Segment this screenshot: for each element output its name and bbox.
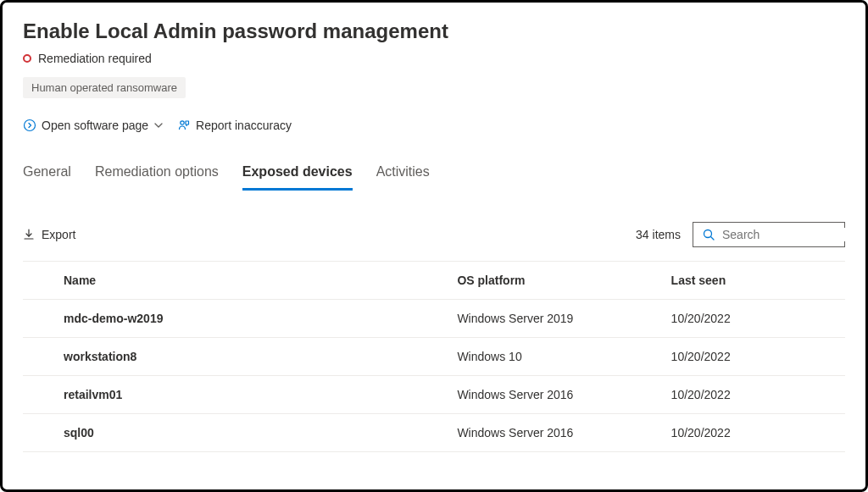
download-icon <box>23 229 35 240</box>
cell-name: retailvm01 <box>23 376 450 414</box>
chevron-circle-right-icon <box>23 119 36 132</box>
status-row: Remediation required <box>23 52 845 65</box>
col-header-last-seen[interactable]: Last seen <box>665 262 845 300</box>
table-row[interactable]: workstation8 Windows 10 10/20/2022 <box>23 338 845 376</box>
page-title: Enable Local Admin password management <box>23 19 845 43</box>
category-tag: Human operated ransomware <box>23 77 186 98</box>
export-button[interactable]: Export <box>23 228 75 241</box>
open-software-label: Open software page <box>42 119 148 132</box>
table-toolbar: Export 34 items <box>23 222 845 247</box>
cell-last-seen: 10/20/2022 <box>665 338 845 376</box>
cell-os: Windows Server 2016 <box>450 376 664 414</box>
warning-circle-icon <box>23 54 31 63</box>
export-label: Export <box>42 228 75 241</box>
table-header-row: Name OS platform Last seen <box>23 262 845 300</box>
devices-table: Name OS platform Last seen mdc-demo-w201… <box>23 261 845 452</box>
search-input[interactable] <box>722 228 868 241</box>
status-text: Remediation required <box>38 52 152 65</box>
tab-remediation-options[interactable]: Remediation options <box>95 159 219 191</box>
svg-point-0 <box>25 120 36 131</box>
cell-last-seen: 10/20/2022 <box>665 414 845 452</box>
table-row[interactable]: mdc-demo-w2019 Windows Server 2019 10/20… <box>23 300 845 338</box>
tab-activities[interactable]: Activities <box>376 159 430 191</box>
chevron-down-icon <box>153 120 164 130</box>
col-header-name[interactable]: Name <box>23 262 450 300</box>
search-box[interactable] <box>693 222 845 247</box>
cell-os: Windows Server 2019 <box>450 300 664 338</box>
col-header-os[interactable]: OS platform <box>450 262 664 300</box>
cell-last-seen: 10/20/2022 <box>665 376 845 414</box>
feedback-person-icon <box>177 119 191 132</box>
tabs: General Remediation options Exposed devi… <box>23 159 845 191</box>
cell-name: workstation8 <box>23 338 450 376</box>
open-software-page-button[interactable]: Open software page <box>23 119 164 132</box>
actions-row: Open software page Report inaccuracy <box>23 119 845 132</box>
table-row[interactable]: sql00 Windows Server 2016 10/20/2022 <box>23 414 845 452</box>
cell-os: Windows Server 2016 <box>450 414 664 452</box>
tab-general[interactable]: General <box>23 159 71 191</box>
tab-exposed-devices[interactable]: Exposed devices <box>242 159 353 191</box>
svg-point-1 <box>181 121 184 124</box>
cell-os: Windows 10 <box>450 338 664 376</box>
cell-name: mdc-demo-w2019 <box>23 300 450 338</box>
search-icon <box>702 228 715 241</box>
report-inaccuracy-label: Report inaccuracy <box>196 119 292 132</box>
items-count: 34 items <box>636 228 681 241</box>
report-inaccuracy-button[interactable]: Report inaccuracy <box>177 119 292 132</box>
table-row[interactable]: retailvm01 Windows Server 2016 10/20/202… <box>23 376 845 414</box>
cell-last-seen: 10/20/2022 <box>665 300 845 338</box>
cell-name: sql00 <box>23 414 450 452</box>
